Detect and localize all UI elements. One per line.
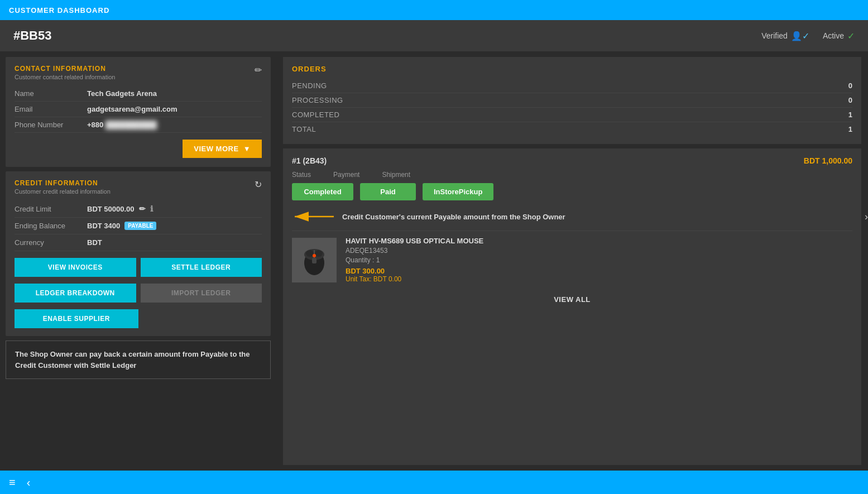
phone-value: +880 ██████████ xyxy=(87,121,157,129)
svg-rect-8 xyxy=(312,258,316,263)
credit-card-header: CREDIT INFORMATION Customer credit relat… xyxy=(15,179,262,200)
app-title: CUSTOMER DASHBOARD xyxy=(9,6,109,15)
shipment-button[interactable]: InStorePickup xyxy=(423,183,493,200)
orders-title: ORDERS xyxy=(292,65,852,73)
pending-label: PENDING xyxy=(292,81,327,90)
svg-point-5 xyxy=(306,250,314,257)
tooltip-row: Credit Customer's current Payable amount… xyxy=(292,208,852,225)
ending-balance-row: Ending Balance BDT 3400 PAYABLE xyxy=(15,218,262,234)
active-badge: Active ✓ xyxy=(823,31,855,41)
order-stat-total: TOTAL 1 xyxy=(292,122,852,136)
view-more-button[interactable]: VIEW MORE ▼ xyxy=(183,140,262,158)
payment-meta-label: Payment xyxy=(333,171,359,179)
svg-point-6 xyxy=(315,250,323,257)
svg-point-7 xyxy=(313,254,316,257)
contact-card-header: CONTACT INFORMATION Customer contact rel… xyxy=(15,65,262,86)
active-label: Active xyxy=(823,31,844,40)
main-content: CONTACT INFORMATION Customer contact rel… xyxy=(0,51,868,471)
refresh-icon[interactable]: ↻ xyxy=(255,179,262,190)
product-qty: Quantity : 1 xyxy=(346,256,852,264)
payable-badge: PAYABLE xyxy=(124,222,156,230)
currency-value: BDT xyxy=(87,238,102,247)
import-ledger-button: IMPORT LEDGER xyxy=(141,284,262,303)
verified-icon: 👤✓ xyxy=(791,31,809,41)
processing-value: 0 xyxy=(848,96,852,104)
completed-label: COMPLETED xyxy=(292,111,339,119)
currency-label: Currency xyxy=(15,238,87,247)
product-price: BDT 300.00 xyxy=(346,267,852,275)
info-box: The Shop Owner can pay back a certain am… xyxy=(6,340,271,379)
contact-section-title: CONTACT INFORMATION xyxy=(15,65,115,73)
credit-buttons-row2: LEDGER BREAKDOWN IMPORT LEDGER xyxy=(15,284,262,303)
product-name: HAVIT HV-MS689 USB OPTICAL MOUSE xyxy=(346,237,852,245)
product-row: HAVIT HV-MS689 USB OPTICAL MOUSE ADEQE13… xyxy=(292,231,852,289)
credit-limit-row: Credit Limit BDT 50000.00 ✏ ℹ xyxy=(15,200,262,218)
contact-email-row: Email gadgetsarena@gmail.com xyxy=(15,102,262,117)
email-value: gadgetsarena@gmail.com xyxy=(87,105,178,113)
view-more-wrapper: VIEW MORE ▼ xyxy=(15,133,262,159)
order-amount: BDT 1,000.00 xyxy=(804,156,852,165)
customer-id: #BB53 xyxy=(13,28,51,43)
header-badges: Verified 👤✓ Active ✓ xyxy=(761,31,855,41)
credit-card: CREDIT INFORMATION Customer credit relat… xyxy=(6,171,271,336)
completed-value: 1 xyxy=(848,111,852,119)
payment-paid-button[interactable]: Paid xyxy=(360,183,416,200)
ending-balance-value: BDT 3400 PAYABLE xyxy=(87,222,156,230)
left-panel: CONTACT INFORMATION Customer contact rel… xyxy=(0,51,276,471)
credit-limit-label: Credit Limit xyxy=(15,205,87,213)
product-sku: ADEQE13453 xyxy=(346,247,852,255)
credit-buttons-row1: VIEW INVOICES SETTLE LEDGER xyxy=(15,258,262,277)
order-id: #1 (2B43) xyxy=(292,156,327,165)
bottom-bar: ≡ ‹ xyxy=(0,471,868,494)
verified-label: Verified xyxy=(761,31,788,40)
product-details: HAVIT HV-MS689 USB OPTICAL MOUSE ADEQE13… xyxy=(346,237,852,283)
payable-arrow-icon xyxy=(292,208,337,225)
ledger-breakdown-button[interactable]: LEDGER BREAKDOWN xyxy=(15,284,136,303)
tooltip-text: Credit Customer's current Payable amount… xyxy=(342,213,565,221)
total-label: TOTAL xyxy=(292,125,316,133)
checkmark-icon: ✓ xyxy=(847,31,855,41)
order-card-header: #1 (2B43) BDT 1,000.00 xyxy=(292,156,852,165)
credit-card-titles: CREDIT INFORMATION Customer credit relat… xyxy=(15,179,111,200)
contact-card-titles: CONTACT INFORMATION Customer contact rel… xyxy=(15,65,115,86)
status-meta-label: Status xyxy=(292,171,311,179)
enable-supplier-button[interactable]: ENABLE SUPPLIER xyxy=(15,309,138,328)
contact-phone-row: Phone Number +880 ██████████ xyxy=(15,117,262,133)
chevron-down-icon: ▼ xyxy=(243,145,251,153)
total-value: 1 xyxy=(848,125,852,133)
email-label: Email xyxy=(15,105,87,113)
verified-badge: Verified 👤✓ xyxy=(761,31,809,41)
orders-section: ORDERS PENDING 0 PROCESSING 0 COMPLETED … xyxy=(283,57,861,144)
phone-blurred: ██████████ xyxy=(105,121,157,129)
top-bar: CUSTOMER DASHBOARD xyxy=(0,0,868,20)
credit-limit-value: BDT 50000.00 ✏ ℹ xyxy=(87,204,153,213)
order-meta-row: Status Payment Shipment xyxy=(292,171,852,179)
name-value: Tech Gadgets Arena xyxy=(87,89,157,98)
view-all-button[interactable]: VIEW ALL xyxy=(292,289,852,310)
credit-edit-icon[interactable]: ✏ xyxy=(139,204,146,213)
product-tax: Unit Tax: BDT 0.00 xyxy=(346,275,852,283)
settle-ledger-button[interactable]: SETTLE LEDGER xyxy=(141,258,262,277)
order-stat-completed: COMPLETED 1 xyxy=(292,108,852,122)
right-panel: ORDERS PENDING 0 PROCESSING 0 COMPLETED … xyxy=(276,51,868,471)
order-stat-pending: PENDING 0 xyxy=(292,79,852,93)
tooltip-content: Credit Customer's current Payable amount… xyxy=(292,208,565,225)
status-completed-button[interactable]: Completed xyxy=(292,183,353,200)
shipment-meta-label: Shipment xyxy=(382,171,410,179)
view-invoices-button[interactable]: VIEW INVOICES xyxy=(15,258,136,277)
contact-name-row: Name Tech Gadgets Arena xyxy=(15,86,262,102)
credit-section-title: CREDIT INFORMATION xyxy=(15,179,111,187)
processing-label: PROCESSING xyxy=(292,96,343,104)
contact-edit-icon[interactable]: ✏ xyxy=(255,65,262,75)
menu-icon[interactable]: ≡ xyxy=(9,476,16,489)
currency-row: Currency BDT xyxy=(15,234,262,251)
credit-buttons-row3: ENABLE SUPPLIER xyxy=(15,309,262,328)
contact-section-subtitle: Customer contact related information xyxy=(15,74,115,80)
back-icon[interactable]: ‹ xyxy=(27,476,31,489)
info-box-text: The Shop Owner can pay back a certain am… xyxy=(15,350,250,370)
navigate-right-icon[interactable]: › xyxy=(865,211,868,223)
status-badges: Completed Paid InStorePickup xyxy=(292,183,852,200)
phone-label: Phone Number xyxy=(15,121,87,129)
ending-balance-label: Ending Balance xyxy=(15,222,87,230)
info-icon[interactable]: ℹ xyxy=(150,204,153,213)
